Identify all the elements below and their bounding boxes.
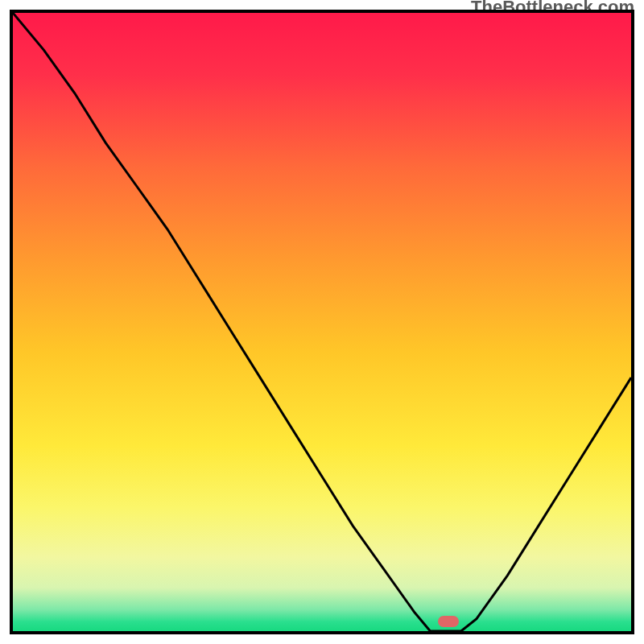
curve-layer: [13, 13, 631, 631]
chart-container: TheBottleneck.com: [0, 0, 644, 644]
optimum-marker: [438, 616, 459, 627]
bottleneck-curve: [13, 13, 631, 631]
plot-area: [10, 10, 634, 634]
